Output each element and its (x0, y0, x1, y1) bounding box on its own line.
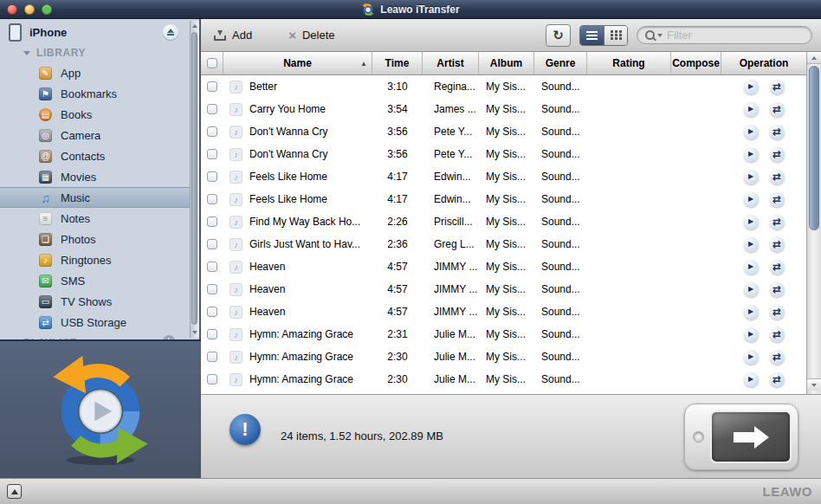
sidebar-item-tv-shows[interactable]: ▭TV Shows (0, 291, 199, 312)
table-row[interactable]: ♪Carry You Home3:54James ...My Sis...Sou… (201, 98, 806, 120)
play-button[interactable]: ▶ (744, 192, 759, 207)
column-header-operation[interactable]: Operation (721, 52, 806, 74)
play-button[interactable]: ▶ (744, 282, 759, 297)
column-header-artist[interactable]: Artist (423, 52, 479, 74)
table-row[interactable]: ♪Heaven4:57JIMMY ...My Sis...Sound...▶⇄ (201, 255, 806, 278)
transfer-button[interactable]: ⇄ (770, 372, 785, 387)
sidebar-item-music[interactable]: ♫Music (0, 187, 199, 208)
table-row[interactable]: ♪Hymn: Amazing Grace2:31Julie M...My Sis… (201, 323, 806, 346)
search-options-caret-icon[interactable] (657, 34, 663, 37)
table-row[interactable]: ♪Hymn: Amazing Grace2:30Julie M...My Sis… (201, 346, 806, 368)
table-row[interactable]: ♪Heaven4:57JIMMY ...My Sis...Sound...▶⇄ (201, 278, 806, 300)
table-row[interactable]: ♪Girls Just Want to Hav...2:36Greg L...M… (201, 233, 806, 255)
row-checkbox[interactable] (207, 81, 217, 92)
row-checkbox[interactable] (207, 149, 217, 159)
sidebar-item-photos[interactable]: ❏Photos (0, 229, 199, 249)
row-checkbox[interactable] (207, 262, 217, 272)
sidebar-item-usb-storage[interactable]: ⇄USB Storage (0, 312, 199, 333)
eject-device-button[interactable] (163, 24, 178, 40)
sidebar-item-bookmarks[interactable]: ⚑Bookmarks (0, 83, 199, 104)
sidebar-item-app[interactable]: ✎App (0, 62, 199, 83)
grid-view-button[interactable] (604, 26, 627, 45)
row-checkbox[interactable] (207, 216, 217, 227)
sidebar-device-row[interactable]: iPhone (0, 19, 199, 43)
play-button[interactable]: ▶ (744, 237, 759, 252)
row-checkbox[interactable] (207, 374, 217, 384)
table-row[interactable]: ♪Feels Like Home4:17Edwin...My Sis...Sou… (201, 165, 806, 188)
play-button[interactable]: ▶ (744, 125, 759, 139)
sidebar-item-ringtones[interactable]: ♪Ringtones (0, 249, 199, 270)
row-checkbox[interactable] (207, 194, 217, 204)
scroll-up-icon[interactable] (191, 21, 199, 31)
row-checkbox[interactable] (207, 307, 217, 317)
transfer-button[interactable]: ⇄ (770, 192, 785, 207)
list-view-button[interactable] (580, 26, 604, 45)
select-all-checkbox[interactable] (207, 58, 217, 68)
transfer-button[interactable]: ⇄ (770, 260, 785, 275)
play-button[interactable]: ▶ (744, 260, 759, 275)
sidebar-group-playlist[interactable]: PLAYLIST + (0, 333, 199, 339)
transfer-button[interactable]: ⇄ (770, 102, 785, 117)
transfer-button[interactable]: ⇄ (770, 80, 785, 94)
delete-button[interactable]: × Delete (288, 29, 334, 42)
column-header-time[interactable]: Time (372, 52, 423, 74)
scroll-down-icon[interactable] (191, 327, 199, 338)
add-button[interactable]: Add (214, 29, 252, 42)
transfer-to-device-button[interactable] (684, 404, 798, 470)
transfer-button[interactable]: ⇄ (770, 350, 785, 365)
refresh-button[interactable]: ↻ (546, 24, 571, 47)
sidebar-item-camera[interactable]: ◎Camera (0, 125, 199, 145)
transfer-button[interactable]: ⇄ (770, 125, 785, 139)
play-button[interactable]: ▶ (744, 147, 759, 162)
sidebar-item-books[interactable]: ▤Books (0, 104, 199, 125)
sidebar-scrollbar[interactable] (190, 21, 199, 338)
table-scrollbar[interactable] (806, 52, 821, 394)
transfer-button[interactable]: ⇄ (770, 327, 785, 342)
row-checkbox[interactable] (207, 284, 217, 294)
table-scrollbar-thumb[interactable] (809, 66, 819, 230)
filter-field[interactable] (637, 26, 812, 44)
row-checkbox[interactable] (207, 171, 217, 182)
play-button[interactable]: ▶ (744, 215, 759, 229)
table-row[interactable]: ♪Feels Like Home4:17Edwin...My Sis...Sou… (201, 188, 806, 210)
transfer-button[interactable]: ⇄ (770, 305, 785, 320)
transfer-button[interactable]: ⇄ (770, 170, 785, 184)
table-row[interactable]: ♪Find My Way Back Ho...2:26Priscill...My… (201, 210, 806, 233)
transfer-button[interactable]: ⇄ (770, 215, 785, 229)
sidebar-item-notes[interactable]: ≡Notes (0, 208, 199, 229)
play-button[interactable]: ▶ (744, 80, 759, 94)
transfer-button[interactable]: ⇄ (770, 282, 785, 297)
column-header-compose[interactable]: Compose (671, 52, 721, 74)
column-header-album[interactable]: Album (479, 52, 534, 74)
table-row[interactable]: ♪Hymn: Amazing Grace2:30Julie M...My Sis… (201, 368, 806, 391)
play-button[interactable]: ▶ (744, 102, 759, 117)
table-row[interactable]: ♪Better3:10Regina...My Sis...Sound...▶⇄ (201, 75, 806, 98)
sidebar-group-library[interactable]: LIBRARY (0, 43, 199, 62)
table-row[interactable]: ♪Don't Wanna Cry3:56Pete Y...My Sis...So… (201, 143, 806, 165)
row-checkbox[interactable] (207, 126, 217, 137)
column-header-name[interactable]: Name ▲ (223, 52, 372, 74)
row-checkbox[interactable] (207, 239, 217, 249)
table-row[interactable]: ♪Heaven4:57JIMMY ...My Sis...Sound...▶⇄ (201, 300, 806, 323)
sidebar-scrollbar-thumb[interactable] (191, 32, 197, 325)
play-button[interactable]: ▶ (744, 327, 759, 342)
row-checkbox[interactable] (207, 104, 217, 114)
collapse-panel-button[interactable] (7, 484, 22, 499)
play-button[interactable]: ▶ (744, 170, 759, 184)
row-checkbox[interactable] (207, 329, 217, 339)
transfer-button[interactable]: ⇄ (770, 147, 785, 162)
column-header-genre[interactable]: Genre (534, 52, 587, 74)
sidebar-item-movies[interactable]: ▦Movies (0, 166, 199, 187)
column-header-rating[interactable]: Rating (587, 52, 671, 74)
table-row[interactable]: ♪Don't Wanna Cry3:56Pete Y...My Sis...So… (201, 120, 806, 143)
scroll-down-button[interactable] (807, 378, 821, 391)
sidebar-item-sms[interactable]: ✉SMS (0, 270, 199, 291)
play-button[interactable]: ▶ (744, 305, 759, 320)
play-button[interactable]: ▶ (744, 372, 759, 387)
sidebar-item-contacts[interactable]: @Contacts (0, 145, 199, 166)
row-checkbox[interactable] (207, 352, 217, 362)
transfer-button[interactable]: ⇄ (770, 237, 785, 252)
play-button[interactable]: ▶ (744, 350, 759, 365)
filter-input[interactable] (665, 28, 804, 42)
scroll-up-button[interactable] (807, 52, 821, 64)
